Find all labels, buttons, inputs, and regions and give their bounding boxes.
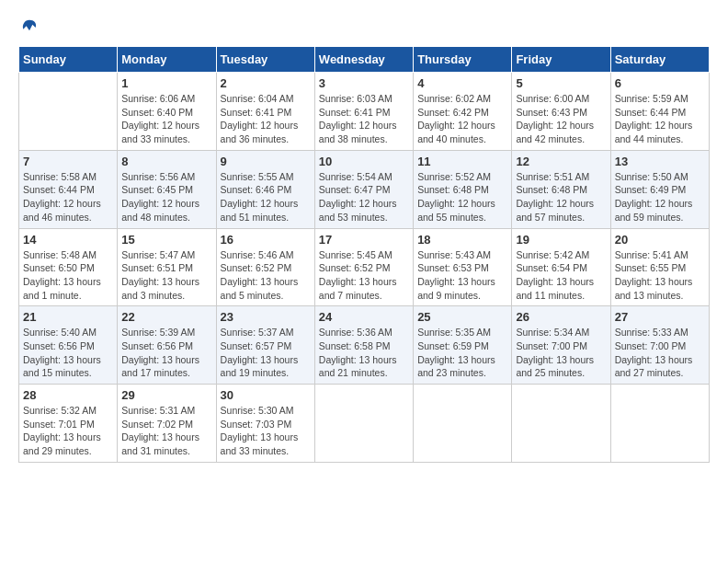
day-info: Sunrise: 5:41 AM Sunset: 6:55 PM Dayligh… [615,248,705,303]
day-number: 2 [221,76,311,90]
day-number: 9 [221,155,311,168]
day-info: Sunrise: 5:52 AM Sunset: 6:48 PM Dayligh… [417,170,507,224]
day-number: 27 [615,310,705,324]
calendar-cell: 29Sunrise: 5:31 AM Sunset: 7:02 PM Dayli… [118,385,216,463]
day-number: 25 [417,310,507,324]
calendar-cell: 10Sunrise: 5:54 AM Sunset: 6:47 PM Dayli… [314,150,413,228]
calendar-cell: 18Sunrise: 5:43 AM Sunset: 6:53 PM Dayli… [414,228,512,306]
day-number: 20 [615,233,705,247]
calendar-cell: 11Sunrise: 5:52 AM Sunset: 6:48 PM Dayli… [414,150,512,228]
day-info: Sunrise: 6:06 AM Sunset: 6:40 PM Dayligh… [121,92,211,146]
day-info: Sunrise: 6:00 AM Sunset: 6:43 PM Dayligh… [516,92,606,146]
calendar-cell: 22Sunrise: 5:39 AM Sunset: 6:56 PM Dayli… [118,306,216,385]
day-number: 3 [319,76,409,90]
day-number: 5 [516,76,606,90]
weekday-header-wednesday: Wednesday [314,47,413,73]
calendar-cell: 8Sunrise: 5:56 AM Sunset: 6:45 PM Daylig… [118,150,216,228]
day-info: Sunrise: 6:03 AM Sunset: 6:41 PM Dayligh… [319,92,409,146]
day-info: Sunrise: 5:56 AM Sunset: 6:45 PM Dayligh… [121,170,211,224]
weekday-header-monday: Monday [118,47,216,73]
calendar-cell: 25Sunrise: 5:35 AM Sunset: 6:59 PM Dayli… [414,306,512,385]
calendar-cell: 5Sunrise: 6:00 AM Sunset: 6:43 PM Daylig… [512,73,610,151]
day-info: Sunrise: 5:42 AM Sunset: 6:54 PM Dayligh… [516,248,606,303]
calendar-cell: 14Sunrise: 5:48 AM Sunset: 6:50 PM Dayli… [19,228,118,306]
day-number: 26 [516,310,606,324]
calendar-cell [610,385,709,463]
day-number: 13 [615,155,705,168]
day-info: Sunrise: 5:31 AM Sunset: 7:02 PM Dayligh… [121,404,211,458]
calendar-cell: 24Sunrise: 5:36 AM Sunset: 6:58 PM Dayli… [314,306,413,385]
day-number: 8 [121,155,211,168]
day-number: 10 [319,155,409,168]
day-number: 21 [23,310,113,324]
day-info: Sunrise: 5:46 AM Sunset: 6:52 PM Dayligh… [221,248,311,303]
day-info: Sunrise: 5:36 AM Sunset: 6:58 PM Dayligh… [319,326,409,380]
day-info: Sunrise: 5:32 AM Sunset: 7:01 PM Dayligh… [23,404,113,458]
day-number: 28 [23,388,113,402]
day-info: Sunrise: 5:55 AM Sunset: 6:46 PM Dayligh… [221,170,311,224]
day-number: 1 [121,76,211,90]
day-number: 22 [121,310,211,324]
day-number: 4 [417,76,507,90]
day-number: 15 [121,233,211,247]
calendar-cell: 12Sunrise: 5:51 AM Sunset: 6:48 PM Dayli… [512,150,610,228]
day-number: 29 [121,388,211,402]
day-info: Sunrise: 5:47 AM Sunset: 6:51 PM Dayligh… [121,248,211,303]
calendar-cell [512,385,610,463]
calendar-cell: 21Sunrise: 5:40 AM Sunset: 6:56 PM Dayli… [19,306,118,385]
day-info: Sunrise: 6:02 AM Sunset: 6:42 PM Dayligh… [417,92,507,146]
weekday-header-saturday: Saturday [610,47,709,73]
day-number: 12 [516,155,606,168]
calendar-week-row: 14Sunrise: 5:48 AM Sunset: 6:50 PM Dayli… [19,228,710,306]
day-info: Sunrise: 5:51 AM Sunset: 6:48 PM Dayligh… [516,170,606,224]
calendar-cell [414,385,512,463]
day-info: Sunrise: 5:48 AM Sunset: 6:50 PM Dayligh… [23,248,113,303]
day-number: 18 [417,233,507,247]
day-info: Sunrise: 6:04 AM Sunset: 6:41 PM Dayligh… [221,92,311,146]
calendar-cell: 23Sunrise: 5:37 AM Sunset: 6:57 PM Dayli… [216,306,314,385]
day-number: 19 [516,233,606,247]
day-info: Sunrise: 5:35 AM Sunset: 6:59 PM Dayligh… [417,326,507,380]
day-info: Sunrise: 5:43 AM Sunset: 6:53 PM Dayligh… [417,248,507,303]
calendar-cell: 4Sunrise: 6:02 AM Sunset: 6:42 PM Daylig… [414,73,512,151]
day-number: 7 [23,155,113,168]
weekday-header-friday: Friday [512,47,610,73]
calendar-table: SundayMondayTuesdayWednesdayThursdayFrid… [18,46,710,463]
page: SundayMondayTuesdayWednesdayThursdayFrid… [0,0,728,472]
day-info: Sunrise: 5:45 AM Sunset: 6:52 PM Dayligh… [319,248,409,303]
calendar-cell: 28Sunrise: 5:32 AM Sunset: 7:01 PM Dayli… [19,385,118,463]
calendar-cell: 2Sunrise: 6:04 AM Sunset: 6:41 PM Daylig… [216,73,314,151]
calendar-cell: 13Sunrise: 5:50 AM Sunset: 6:49 PM Dayli… [610,150,709,228]
day-number: 6 [615,76,705,90]
calendar-week-row: 1Sunrise: 6:06 AM Sunset: 6:40 PM Daylig… [19,73,710,151]
day-info: Sunrise: 5:39 AM Sunset: 6:56 PM Dayligh… [121,326,211,380]
calendar-week-row: 7Sunrise: 5:58 AM Sunset: 6:44 PM Daylig… [19,150,710,228]
calendar-cell: 15Sunrise: 5:47 AM Sunset: 6:51 PM Dayli… [118,228,216,306]
day-number: 11 [417,155,507,168]
header [18,18,710,37]
day-number: 14 [23,233,113,247]
day-number: 30 [221,388,311,402]
day-info: Sunrise: 5:40 AM Sunset: 6:56 PM Dayligh… [23,326,113,380]
day-info: Sunrise: 5:30 AM Sunset: 7:03 PM Dayligh… [221,404,311,458]
day-info: Sunrise: 5:58 AM Sunset: 6:44 PM Dayligh… [23,170,113,224]
calendar-cell: 20Sunrise: 5:41 AM Sunset: 6:55 PM Dayli… [610,228,709,306]
calendar-cell [314,385,413,463]
day-info: Sunrise: 5:34 AM Sunset: 7:00 PM Dayligh… [516,326,606,380]
day-number: 23 [221,310,311,324]
calendar-cell: 19Sunrise: 5:42 AM Sunset: 6:54 PM Dayli… [512,228,610,306]
calendar-cell: 17Sunrise: 5:45 AM Sunset: 6:52 PM Dayli… [314,228,413,306]
day-info: Sunrise: 5:37 AM Sunset: 6:57 PM Dayligh… [221,326,311,380]
calendar-cell: 7Sunrise: 5:58 AM Sunset: 6:44 PM Daylig… [19,150,118,228]
weekday-header-tuesday: Tuesday [216,47,314,73]
day-number: 24 [319,310,409,324]
weekday-header-sunday: Sunday [19,47,118,73]
calendar-cell: 16Sunrise: 5:46 AM Sunset: 6:52 PM Dayli… [216,228,314,306]
day-info: Sunrise: 5:50 AM Sunset: 6:49 PM Dayligh… [615,170,705,224]
calendar-week-row: 21Sunrise: 5:40 AM Sunset: 6:56 PM Dayli… [19,306,710,385]
weekday-header-row: SundayMondayTuesdayWednesdayThursdayFrid… [19,47,710,73]
logo [18,18,39,37]
day-number: 16 [221,233,311,247]
calendar-cell [19,73,118,151]
calendar-cell: 3Sunrise: 6:03 AM Sunset: 6:41 PM Daylig… [314,73,413,151]
